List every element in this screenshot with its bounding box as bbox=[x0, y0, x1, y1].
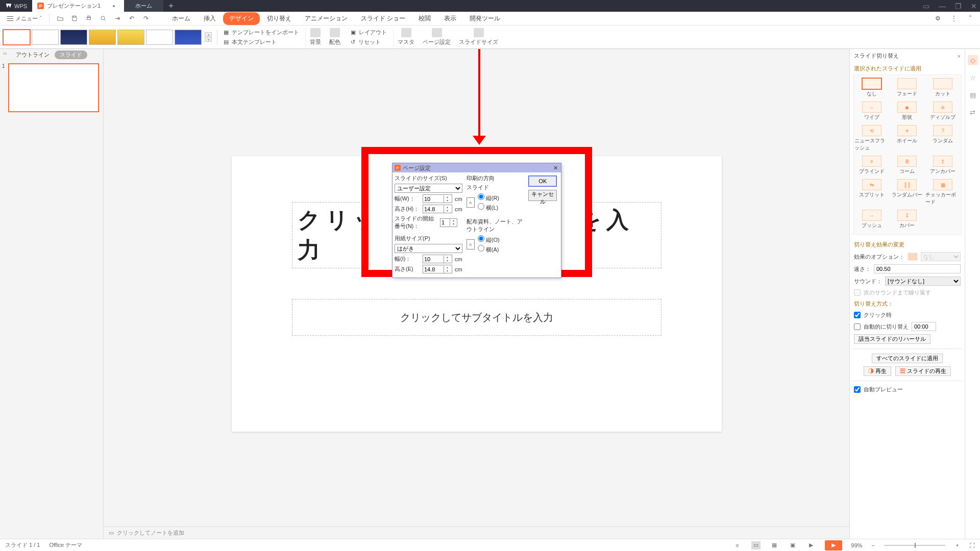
tab-insert[interactable]: 挿入 bbox=[198, 12, 222, 25]
apply-all-button[interactable]: すべてのスライドに適用 bbox=[872, 354, 943, 363]
dialog-titlebar[interactable]: P ページ設定 ✕ bbox=[393, 163, 561, 172]
portrait-r-radio[interactable]: 縦(R) bbox=[478, 193, 499, 202]
theme-thumb-1[interactable] bbox=[3, 30, 30, 45]
loop-sound-checkbox[interactable] bbox=[854, 289, 861, 296]
print-icon[interactable] bbox=[84, 14, 93, 23]
landscape-l-radio[interactable]: 横(L) bbox=[478, 203, 499, 212]
close-pane-icon[interactable]: × bbox=[958, 53, 961, 59]
collapse-ribbon-icon[interactable]: ˄ bbox=[966, 14, 975, 23]
theme-thumb-6[interactable] bbox=[146, 30, 173, 45]
slide-thumbnail-item[interactable]: 1 bbox=[0, 60, 103, 114]
reset-button[interactable]: リセット bbox=[358, 38, 381, 46]
app-logo[interactable]: WPS bbox=[0, 0, 32, 12]
width-stepper[interactable]: ▴▾ bbox=[423, 194, 452, 203]
landscape-a-radio[interactable]: 横(A) bbox=[478, 245, 500, 254]
colors-button[interactable]: 配色 bbox=[325, 28, 345, 46]
transition-item-split[interactable]: ⇆スプリット bbox=[854, 178, 889, 207]
transition-item-cover[interactable]: ↧カバー bbox=[890, 209, 925, 230]
transition-item-blinds[interactable]: ≡ブラインド bbox=[854, 155, 889, 176]
transition-item-comb[interactable]: ≣コーム bbox=[890, 155, 925, 176]
transition-item-push[interactable]: →プッシュ bbox=[854, 209, 889, 230]
theme-thumb-3[interactable] bbox=[60, 30, 87, 45]
transition-item-fade[interactable]: フェード bbox=[890, 77, 925, 98]
tab-slideshow[interactable]: スライド ショー bbox=[355, 12, 411, 25]
sound-select[interactable]: [サウンドなし] bbox=[885, 277, 961, 286]
tab-devtools[interactable]: 開発ツール bbox=[463, 12, 506, 25]
zoom-level[interactable]: 99% bbox=[851, 542, 863, 548]
theme-thumb-7[interactable] bbox=[175, 30, 202, 45]
slide-size-button[interactable]: スライドサイズ bbox=[455, 28, 502, 46]
transition-item-wipe[interactable]: ←ワイプ bbox=[854, 101, 889, 122]
transition-pane-icon[interactable]: ◇ bbox=[968, 55, 978, 65]
zoom-out-icon[interactable]: − bbox=[872, 542, 875, 548]
transition-item-checker[interactable]: ▦チェッカーボード bbox=[925, 178, 960, 207]
save-icon[interactable] bbox=[70, 14, 79, 23]
tab-animation[interactable]: アニメーション bbox=[299, 12, 354, 25]
export-icon[interactable]: ⇥ bbox=[113, 14, 122, 23]
reading-view-icon[interactable]: ▣ bbox=[788, 541, 797, 549]
zoom-in-icon[interactable]: ＋ bbox=[954, 541, 960, 549]
subtitle-placeholder[interactable]: クリックしてサブタイトルを入力 bbox=[292, 299, 662, 336]
height-stepper[interactable]: ▴▾ bbox=[423, 205, 452, 213]
theme-gallery-more[interactable]: ▴▾ bbox=[205, 32, 212, 42]
transition-item-newsflash[interactable]: ⟲ニュースフラッシュ bbox=[854, 124, 889, 153]
open-icon[interactable] bbox=[56, 14, 65, 23]
add-tab-button[interactable]: ＋ bbox=[163, 0, 179, 12]
start-number-stepper[interactable]: ▴▾ bbox=[440, 218, 457, 227]
more-menu-icon[interactable]: ⋮ bbox=[949, 14, 959, 23]
layout-button[interactable]: レイアウト bbox=[359, 29, 387, 36]
normal-view-icon[interactable]: ▭ bbox=[751, 541, 761, 549]
speed-input[interactable] bbox=[874, 264, 961, 273]
master-button[interactable]: マスタ bbox=[394, 28, 419, 46]
tab-home[interactable]: ホーム bbox=[166, 12, 197, 25]
fit-window-icon[interactable]: ⛶ bbox=[969, 542, 975, 548]
body-template-button[interactable]: 本文テンプレート bbox=[232, 38, 277, 46]
auto-after-time-input[interactable] bbox=[912, 322, 936, 331]
home-tab[interactable]: ホーム bbox=[124, 0, 163, 12]
tab-transition[interactable]: 切り替え bbox=[261, 12, 298, 25]
minimize-icon[interactable]: — bbox=[939, 2, 946, 10]
ok-button[interactable]: OK bbox=[528, 176, 557, 187]
redo-icon[interactable]: ↷ bbox=[141, 14, 151, 23]
transition-item-dissolve[interactable]: ※ディゾルブ bbox=[925, 101, 960, 122]
slide-size-select[interactable]: ユーザー設定 bbox=[395, 184, 462, 193]
document-tab[interactable]: P プレゼンテーション1 bbox=[32, 0, 124, 12]
maximize-icon[interactable]: ❐ bbox=[955, 2, 962, 10]
theme-thumb-4[interactable] bbox=[89, 30, 116, 45]
slideshow-view-icon[interactable]: ▶ bbox=[806, 541, 816, 549]
auto-preview-checkbox[interactable] bbox=[854, 386, 861, 393]
play-button[interactable]: ◑ 再生 bbox=[864, 366, 891, 376]
tab-review[interactable]: 校閲 bbox=[412, 12, 437, 25]
notes-bar[interactable]: ▭ クリックしてノートを追加 bbox=[104, 527, 849, 539]
transition-item-uncover[interactable]: ↥アンカバー bbox=[925, 155, 960, 176]
editor-canvas[interactable]: クリックしてタイトルを入力 クリックしてサブタイトルを入力 P ページ設定 ✕ … bbox=[104, 49, 849, 539]
cancel-button[interactable]: キャンセル bbox=[528, 190, 557, 201]
transition-item-random[interactable]: ?ランダム bbox=[925, 124, 960, 153]
background-button[interactable]: 背景 bbox=[306, 28, 325, 46]
tab-design[interactable]: デザイン bbox=[223, 12, 260, 25]
print-preview-icon[interactable] bbox=[99, 14, 108, 23]
dialog-close-icon[interactable]: ✕ bbox=[552, 164, 559, 171]
auto-after-checkbox[interactable] bbox=[854, 323, 861, 330]
play-slide-button[interactable]: ☰ スライドの再生 bbox=[895, 366, 951, 376]
slide-thumbnail[interactable] bbox=[8, 63, 99, 112]
notes-toggle-icon[interactable]: ≡ bbox=[733, 541, 742, 549]
collapse-panel-icon[interactable]: ‹‹ bbox=[1, 49, 9, 57]
theme-thumb-2[interactable] bbox=[32, 30, 59, 45]
effect-option-select[interactable]: なし bbox=[921, 252, 961, 261]
paper-height-stepper[interactable]: ▴▾ bbox=[423, 265, 452, 273]
theme-thumb-5[interactable] bbox=[117, 30, 144, 45]
settings-pane-icon[interactable]: ⇄ bbox=[968, 107, 978, 117]
slides-tab[interactable]: スライド bbox=[55, 51, 87, 59]
outline-tab[interactable]: アウトライン bbox=[16, 51, 50, 59]
gear-icon[interactable]: ⚙ bbox=[933, 14, 942, 23]
transition-item-cut[interactable]: カット bbox=[925, 77, 960, 98]
on-click-checkbox[interactable] bbox=[854, 312, 861, 318]
close-window-icon[interactable]: ✕ bbox=[971, 2, 977, 10]
portrait-o-radio[interactable]: 縦(O) bbox=[478, 235, 500, 244]
page-setup-button[interactable]: ページ設定 bbox=[419, 28, 455, 46]
rehearse-button[interactable]: 該当スライドのリハーサル bbox=[854, 334, 930, 344]
paper-size-select[interactable]: はがき bbox=[395, 244, 462, 253]
main-menu-button[interactable]: メニュー ˇ bbox=[5, 15, 44, 22]
theme-gallery[interactable]: ▴▾ bbox=[3, 30, 217, 45]
